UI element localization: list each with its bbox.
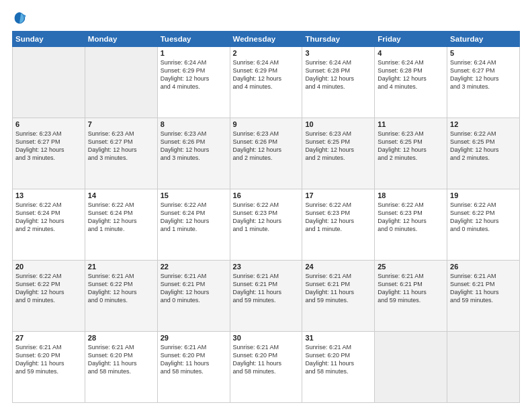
weekday-header-sunday: Sunday bbox=[13, 32, 85, 47]
day-cell: 2Sunrise: 6:24 AM Sunset: 6:29 PM Daylig… bbox=[230, 47, 302, 118]
day-cell: 24Sunrise: 6:21 AM Sunset: 6:21 PM Dayli… bbox=[302, 261, 375, 332]
day-info: Sunrise: 6:21 AM Sunset: 6:22 PM Dayligh… bbox=[88, 272, 154, 305]
day-number: 14 bbox=[88, 191, 154, 199]
day-info: Sunrise: 6:23 AM Sunset: 6:26 PM Dayligh… bbox=[233, 130, 300, 163]
day-info: Sunrise: 6:22 AM Sunset: 6:22 PM Dayligh… bbox=[450, 201, 517, 234]
day-number: 1 bbox=[161, 49, 227, 57]
day-cell: 12Sunrise: 6:22 AM Sunset: 6:25 PM Dayli… bbox=[447, 118, 520, 189]
day-number: 6 bbox=[15, 120, 82, 128]
header bbox=[12, 11, 520, 26]
day-cell bbox=[447, 332, 520, 403]
day-cell: 26Sunrise: 6:21 AM Sunset: 6:21 PM Dayli… bbox=[447, 261, 520, 332]
day-number: 5 bbox=[450, 49, 517, 57]
day-number: 7 bbox=[88, 120, 154, 128]
day-number: 11 bbox=[378, 120, 444, 128]
day-info: Sunrise: 6:22 AM Sunset: 6:23 PM Dayligh… bbox=[378, 201, 444, 234]
day-info: Sunrise: 6:23 AM Sunset: 6:25 PM Dayligh… bbox=[378, 130, 444, 163]
weekday-header-monday: Monday bbox=[85, 32, 157, 47]
day-number: 30 bbox=[233, 334, 300, 342]
day-number: 18 bbox=[378, 191, 444, 199]
day-cell: 11Sunrise: 6:23 AM Sunset: 6:25 PM Dayli… bbox=[375, 118, 447, 189]
day-info: Sunrise: 6:24 AM Sunset: 6:29 PM Dayligh… bbox=[161, 58, 227, 91]
day-info: Sunrise: 6:24 AM Sunset: 6:29 PM Dayligh… bbox=[233, 58, 300, 91]
day-cell: 1Sunrise: 6:24 AM Sunset: 6:29 PM Daylig… bbox=[157, 47, 230, 118]
day-number: 24 bbox=[305, 263, 371, 271]
day-info: Sunrise: 6:22 AM Sunset: 6:22 PM Dayligh… bbox=[15, 272, 82, 305]
day-cell: 25Sunrise: 6:21 AM Sunset: 6:21 PM Dayli… bbox=[375, 261, 447, 332]
day-cell: 5Sunrise: 6:24 AM Sunset: 6:27 PM Daylig… bbox=[447, 47, 520, 118]
day-number: 10 bbox=[305, 120, 371, 128]
day-cell: 28Sunrise: 6:21 AM Sunset: 6:20 PM Dayli… bbox=[85, 332, 157, 403]
day-cell: 19Sunrise: 6:22 AM Sunset: 6:22 PM Dayli… bbox=[447, 189, 520, 261]
day-number: 12 bbox=[450, 120, 517, 128]
day-number: 16 bbox=[233, 191, 300, 199]
day-number: 22 bbox=[161, 263, 227, 271]
day-info: Sunrise: 6:23 AM Sunset: 6:27 PM Dayligh… bbox=[15, 130, 82, 163]
day-info: Sunrise: 6:22 AM Sunset: 6:24 PM Dayligh… bbox=[15, 201, 82, 234]
weekday-header-thursday: Thursday bbox=[302, 32, 375, 47]
day-number: 31 bbox=[305, 334, 371, 342]
day-number: 13 bbox=[15, 191, 82, 199]
day-number: 20 bbox=[15, 263, 82, 271]
week-row-2: 6Sunrise: 6:23 AM Sunset: 6:27 PM Daylig… bbox=[13, 118, 520, 189]
day-number: 2 bbox=[233, 49, 300, 57]
day-info: Sunrise: 6:21 AM Sunset: 6:20 PM Dayligh… bbox=[15, 343, 82, 376]
day-info: Sunrise: 6:22 AM Sunset: 6:24 PM Dayligh… bbox=[88, 201, 154, 234]
day-number: 4 bbox=[378, 49, 444, 57]
day-info: Sunrise: 6:22 AM Sunset: 6:25 PM Dayligh… bbox=[450, 130, 517, 163]
day-number: 19 bbox=[450, 191, 517, 199]
day-number: 28 bbox=[88, 334, 154, 342]
day-number: 27 bbox=[15, 334, 82, 342]
day-info: Sunrise: 6:21 AM Sunset: 6:20 PM Dayligh… bbox=[88, 343, 154, 376]
day-cell: 10Sunrise: 6:23 AM Sunset: 6:25 PM Dayli… bbox=[302, 118, 375, 189]
day-info: Sunrise: 6:21 AM Sunset: 6:21 PM Dayligh… bbox=[305, 272, 371, 305]
day-info: Sunrise: 6:21 AM Sunset: 6:20 PM Dayligh… bbox=[305, 343, 371, 376]
day-info: Sunrise: 6:24 AM Sunset: 6:28 PM Dayligh… bbox=[378, 58, 444, 91]
day-number: 29 bbox=[161, 334, 227, 342]
day-info: Sunrise: 6:22 AM Sunset: 6:23 PM Dayligh… bbox=[305, 201, 371, 234]
day-cell bbox=[85, 47, 157, 118]
day-cell: 17Sunrise: 6:22 AM Sunset: 6:23 PM Dayli… bbox=[302, 189, 375, 261]
day-cell: 3Sunrise: 6:24 AM Sunset: 6:28 PM Daylig… bbox=[302, 47, 375, 118]
weekday-header-wednesday: Wednesday bbox=[230, 32, 302, 47]
day-number: 17 bbox=[305, 191, 371, 199]
day-cell: 22Sunrise: 6:21 AM Sunset: 6:21 PM Dayli… bbox=[157, 261, 230, 332]
day-number: 26 bbox=[450, 263, 517, 271]
calendar-header: SundayMondayTuesdayWednesdayThursdayFrid… bbox=[13, 32, 520, 47]
weekday-header-friday: Friday bbox=[375, 32, 447, 47]
day-number: 15 bbox=[161, 191, 227, 199]
day-info: Sunrise: 6:21 AM Sunset: 6:21 PM Dayligh… bbox=[378, 272, 444, 305]
day-cell: 31Sunrise: 6:21 AM Sunset: 6:20 PM Dayli… bbox=[302, 332, 375, 403]
weekday-header-saturday: Saturday bbox=[447, 32, 520, 47]
week-row-1: 1Sunrise: 6:24 AM Sunset: 6:29 PM Daylig… bbox=[13, 47, 520, 118]
day-number: 25 bbox=[378, 263, 444, 271]
day-cell: 7Sunrise: 6:23 AM Sunset: 6:27 PM Daylig… bbox=[85, 118, 157, 189]
day-cell: 29Sunrise: 6:21 AM Sunset: 6:20 PM Dayli… bbox=[157, 332, 230, 403]
day-cell: 30Sunrise: 6:21 AM Sunset: 6:20 PM Dayli… bbox=[230, 332, 302, 403]
day-info: Sunrise: 6:22 AM Sunset: 6:24 PM Dayligh… bbox=[161, 201, 227, 234]
day-info: Sunrise: 6:24 AM Sunset: 6:28 PM Dayligh… bbox=[305, 58, 371, 91]
day-info: Sunrise: 6:22 AM Sunset: 6:23 PM Dayligh… bbox=[233, 201, 300, 234]
week-row-4: 20Sunrise: 6:22 AM Sunset: 6:22 PM Dayli… bbox=[13, 261, 520, 332]
day-cell: 14Sunrise: 6:22 AM Sunset: 6:24 PM Dayli… bbox=[85, 189, 157, 261]
day-cell: 15Sunrise: 6:22 AM Sunset: 6:24 PM Dayli… bbox=[157, 189, 230, 261]
weekday-header-row: SundayMondayTuesdayWednesdayThursdayFrid… bbox=[13, 32, 520, 47]
day-cell: 6Sunrise: 6:23 AM Sunset: 6:27 PM Daylig… bbox=[13, 118, 85, 189]
day-cell: 8Sunrise: 6:23 AM Sunset: 6:26 PM Daylig… bbox=[157, 118, 230, 189]
day-cell: 23Sunrise: 6:21 AM Sunset: 6:21 PM Dayli… bbox=[230, 261, 302, 332]
day-info: Sunrise: 6:21 AM Sunset: 6:21 PM Dayligh… bbox=[450, 272, 517, 305]
week-row-5: 27Sunrise: 6:21 AM Sunset: 6:20 PM Dayli… bbox=[13, 332, 520, 403]
day-cell: 4Sunrise: 6:24 AM Sunset: 6:28 PM Daylig… bbox=[375, 47, 447, 118]
day-cell bbox=[375, 332, 447, 403]
logo-icon bbox=[12, 11, 27, 26]
day-cell bbox=[13, 47, 85, 118]
day-cell: 20Sunrise: 6:22 AM Sunset: 6:22 PM Dayli… bbox=[13, 261, 85, 332]
day-cell: 27Sunrise: 6:21 AM Sunset: 6:20 PM Dayli… bbox=[13, 332, 85, 403]
logo bbox=[12, 11, 30, 26]
day-info: Sunrise: 6:21 AM Sunset: 6:21 PM Dayligh… bbox=[161, 272, 227, 305]
day-cell: 9Sunrise: 6:23 AM Sunset: 6:26 PM Daylig… bbox=[230, 118, 302, 189]
day-info: Sunrise: 6:23 AM Sunset: 6:26 PM Dayligh… bbox=[161, 130, 227, 163]
day-cell: 18Sunrise: 6:22 AM Sunset: 6:23 PM Dayli… bbox=[375, 189, 447, 261]
day-cell: 21Sunrise: 6:21 AM Sunset: 6:22 PM Dayli… bbox=[85, 261, 157, 332]
calendar-table: SundayMondayTuesdayWednesdayThursdayFrid… bbox=[12, 31, 520, 403]
